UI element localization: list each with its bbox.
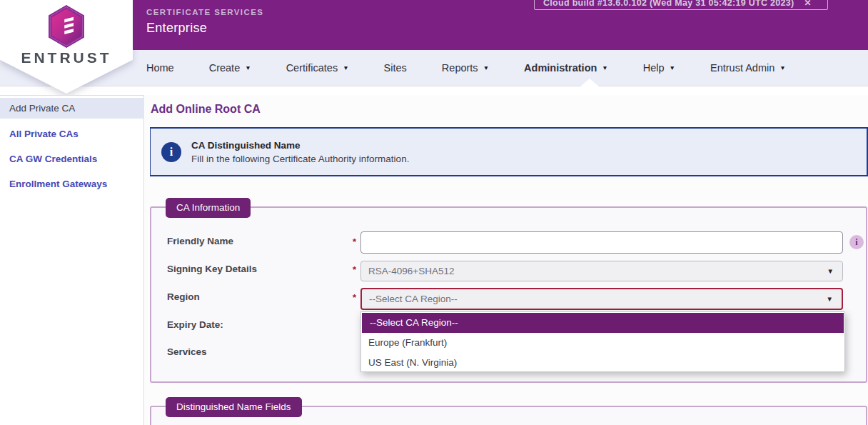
nav-item-home[interactable]: Home [146,62,174,74]
caret-down-icon: ▼ [343,64,348,71]
signing-key-label: Signing Key Details [167,264,257,274]
sidebar: Add Private CA All Private CAs CA GW Cre… [0,96,144,425]
nav-item-sites[interactable]: Sites [384,62,407,74]
nav-item-help[interactable]: Help ▼ [643,62,675,74]
nav-item-certificates[interactable]: Certificates ▼ [286,62,349,74]
required-marker: * [353,292,356,303]
brand-subtitle: CERTIFICATE SERVICES [146,8,263,16]
caret-down-icon: ▼ [670,64,675,71]
brand-title: Enterprise [146,21,263,36]
info-icon: i [161,142,181,162]
entrust-wordmark: ENTRUST [21,49,111,66]
distinguished-name-tab: Distinguished Name Fields [166,397,302,417]
signing-key-select[interactable]: RSA-4096+SHA512 ▼ [360,261,843,281]
caret-down-icon: ▼ [779,64,785,71]
info-banner-text: Fill in the following Certificate Author… [191,154,409,164]
active-nav-notch [580,79,599,86]
nav-item-user-menu[interactable]: Entrust Admin ▼ [710,62,786,74]
friendly-name-input[interactable] [360,231,843,254]
caret-down-icon: ▼ [483,64,489,71]
ca-information-tab: CA Information [166,198,251,218]
cloud-build-badge: Cloud build #13.6.0.102 (Wed May 31 05:4… [534,0,828,10]
region-option-select-ca-region[interactable]: --Select CA Region-- [362,313,844,333]
entrust-logo[interactable]: ENTRUST [0,0,133,94]
brand: CERTIFICATE SERVICES Enterprise [146,8,263,36]
distinguished-name-section: Distinguished Name Fields [150,406,867,425]
nav-item-administration[interactable]: Administration ▼ [524,62,608,74]
close-icon[interactable]: ✕ [804,0,812,8]
nav-item-reports[interactable]: Reports ▼ [442,62,489,74]
info-banner: i CA Distinguished Name Fill in the foll… [150,127,868,176]
region-option-us-east-n-virginia[interactable]: US East (N. Virginia) [361,353,844,373]
region-dropdown-list: --Select CA Region-- Europe (Frankfurt) … [360,311,845,372]
friendly-name-label: Friendly Name [167,236,233,246]
entrust-hexagon-icon [46,5,86,48]
region-label: Region [167,291,200,302]
page-title: Add Online Root CA [151,103,261,116]
logo-ribbon: ENTRUST [0,0,133,94]
sidebar-item-all-private-cas[interactable]: All Private CAs [0,124,144,144]
sidebar-item-add-private-ca[interactable]: Add Private CA [0,98,144,119]
region-select[interactable]: --Select CA Region-- ▼ [360,288,843,310]
info-banner-title: CA Distinguished Name [191,140,409,151]
required-marker: * [353,264,356,275]
expiry-date-label: Expiry Date: [167,319,223,330]
nav-item-create[interactable]: Create ▼ [209,62,251,74]
nav-items: Home Create ▼ Certificates ▼ Sites Repor… [146,50,786,86]
sidebar-item-ca-gw-credentials[interactable]: CA GW Credentials [0,149,144,169]
main-content: Add Online Root CA i CA Distinguished Na… [144,95,868,425]
required-marker: * [353,236,356,247]
region-option-europe-frankfurt[interactable]: Europe (Frankfurt) [361,333,844,353]
caret-down-icon: ▼ [245,64,251,71]
sidebar-item-enrollment-gateways[interactable]: Enrollment Gateways [0,174,144,194]
caret-down-icon: ▼ [827,289,833,309]
page: CERTIFICATE SERVICES Enterprise Cloud bu… [0,0,868,425]
caret-down-icon: ▼ [602,64,607,71]
caret-down-icon: ▼ [827,261,834,281]
cloud-build-text: Cloud build #13.6.0.102 (Wed May 31 05:4… [543,0,794,8]
friendly-name-info-icon[interactable]: i [849,235,864,249]
services-label: Services [167,346,207,357]
